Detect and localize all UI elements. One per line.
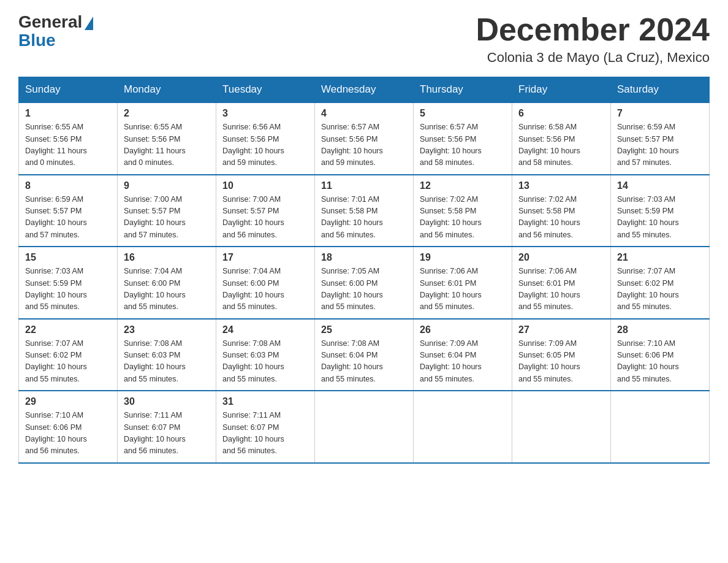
- day-number: 10: [222, 180, 308, 191]
- day-number: 6: [518, 108, 604, 119]
- calendar-cell: 23 Sunrise: 7:08 AMSunset: 6:03 PMDaylig…: [118, 319, 216, 391]
- day-number: 31: [222, 396, 308, 407]
- day-number: 16: [124, 252, 210, 263]
- day-number: 2: [124, 108, 210, 119]
- calendar-cell: 29 Sunrise: 7:10 AMSunset: 6:06 PMDaylig…: [19, 391, 118, 463]
- header-cell-saturday: Saturday: [611, 77, 710, 103]
- calendar-week-5: 29 Sunrise: 7:10 AMSunset: 6:06 PMDaylig…: [19, 391, 710, 463]
- header-cell-thursday: Thursday: [414, 77, 512, 103]
- calendar-cell: 1 Sunrise: 6:55 AMSunset: 5:56 PMDayligh…: [19, 102, 118, 175]
- day-info: Sunrise: 7:08 AMSunset: 6:03 PMDaylight:…: [222, 339, 284, 383]
- calendar-cell: 31 Sunrise: 7:11 AMSunset: 6:07 PMDaylig…: [216, 391, 315, 463]
- header-cell-monday: Monday: [118, 77, 216, 103]
- day-info: Sunrise: 7:06 AMSunset: 6:01 PMDaylight:…: [420, 267, 482, 311]
- day-info: Sunrise: 6:58 AMSunset: 5:56 PMDaylight:…: [518, 123, 580, 167]
- day-number: 17: [222, 252, 308, 263]
- title-section: December 2024 Colonia 3 de Mayo (La Cruz…: [476, 12, 710, 66]
- header-row: SundayMondayTuesdayWednesdayThursdayFrid…: [19, 77, 710, 103]
- calendar-cell: 10 Sunrise: 7:00 AMSunset: 5:57 PMDaylig…: [216, 175, 315, 247]
- day-info: Sunrise: 7:04 AMSunset: 6:00 PMDaylight:…: [124, 267, 186, 311]
- calendar-cell: 16 Sunrise: 7:04 AMSunset: 6:00 PMDaylig…: [118, 247, 216, 319]
- day-number: 27: [518, 324, 604, 335]
- month-title: December 2024: [476, 12, 710, 47]
- calendar-cell: 19 Sunrise: 7:06 AMSunset: 6:01 PMDaylig…: [414, 247, 512, 319]
- day-info: Sunrise: 7:03 AMSunset: 5:59 PMDaylight:…: [617, 195, 679, 239]
- header-cell-sunday: Sunday: [19, 77, 118, 103]
- calendar-cell: 7 Sunrise: 6:59 AMSunset: 5:57 PMDayligh…: [611, 102, 710, 175]
- header-cell-wednesday: Wednesday: [315, 77, 414, 103]
- day-info: Sunrise: 6:56 AMSunset: 5:56 PMDaylight:…: [222, 123, 284, 167]
- calendar-cell: 9 Sunrise: 7:00 AMSunset: 5:57 PMDayligh…: [118, 175, 216, 247]
- calendar-cell: 28 Sunrise: 7:10 AMSunset: 6:06 PMDaylig…: [611, 319, 710, 391]
- calendar-cell: 17 Sunrise: 7:04 AMSunset: 6:00 PMDaylig…: [216, 247, 315, 319]
- day-number: 1: [25, 108, 111, 119]
- day-info: Sunrise: 7:10 AMSunset: 6:06 PMDaylight:…: [617, 339, 679, 383]
- day-info: Sunrise: 7:09 AMSunset: 6:04 PMDaylight:…: [420, 339, 482, 383]
- day-number: 25: [321, 324, 407, 335]
- calendar-cell: [512, 391, 611, 463]
- day-number: 18: [321, 252, 407, 263]
- calendar-cell: 26 Sunrise: 7:09 AMSunset: 6:04 PMDaylig…: [414, 319, 512, 391]
- day-number: 15: [25, 252, 111, 263]
- day-info: Sunrise: 7:00 AMSunset: 5:57 PMDaylight:…: [124, 195, 186, 239]
- day-number: 12: [420, 180, 506, 191]
- calendar-cell: 18 Sunrise: 7:05 AMSunset: 6:00 PMDaylig…: [315, 247, 414, 319]
- day-info: Sunrise: 6:57 AMSunset: 5:56 PMDaylight:…: [321, 123, 383, 167]
- calendar-week-2: 8 Sunrise: 6:59 AMSunset: 5:57 PMDayligh…: [19, 175, 710, 247]
- day-info: Sunrise: 7:04 AMSunset: 6:00 PMDaylight:…: [222, 267, 284, 311]
- day-info: Sunrise: 7:05 AMSunset: 6:00 PMDaylight:…: [321, 267, 383, 311]
- header-cell-tuesday: Tuesday: [216, 77, 315, 103]
- calendar-cell: 4 Sunrise: 6:57 AMSunset: 5:56 PMDayligh…: [315, 102, 414, 175]
- logo-general-text: General: [18, 12, 82, 32]
- day-number: 20: [518, 252, 604, 263]
- calendar-cell: 25 Sunrise: 7:08 AMSunset: 6:04 PMDaylig…: [315, 319, 414, 391]
- calendar-week-4: 22 Sunrise: 7:07 AMSunset: 6:02 PMDaylig…: [19, 319, 710, 391]
- day-number: 24: [222, 324, 308, 335]
- calendar-cell: 27 Sunrise: 7:09 AMSunset: 6:05 PMDaylig…: [512, 319, 611, 391]
- day-number: 5: [420, 108, 506, 119]
- day-info: Sunrise: 7:07 AMSunset: 6:02 PMDaylight:…: [617, 267, 679, 311]
- day-number: 30: [124, 396, 210, 407]
- day-info: Sunrise: 7:00 AMSunset: 5:57 PMDaylight:…: [222, 195, 284, 239]
- header-cell-friday: Friday: [512, 77, 611, 103]
- calendar-week-3: 15 Sunrise: 7:03 AMSunset: 5:59 PMDaylig…: [19, 247, 710, 319]
- day-info: Sunrise: 7:07 AMSunset: 6:02 PMDaylight:…: [25, 339, 87, 383]
- day-info: Sunrise: 7:11 AMSunset: 6:07 PMDaylight:…: [124, 411, 186, 455]
- day-number: 4: [321, 108, 407, 119]
- calendar-cell: 8 Sunrise: 6:59 AMSunset: 5:57 PMDayligh…: [19, 175, 118, 247]
- day-info: Sunrise: 6:59 AMSunset: 5:57 PMDaylight:…: [617, 123, 679, 167]
- calendar-table: SundayMondayTuesdayWednesdayThursdayFrid…: [18, 77, 710, 464]
- day-number: 23: [124, 324, 210, 335]
- calendar-cell: 5 Sunrise: 6:57 AMSunset: 5:56 PMDayligh…: [414, 102, 512, 175]
- day-info: Sunrise: 7:08 AMSunset: 6:03 PMDaylight:…: [124, 339, 186, 383]
- day-number: 21: [617, 252, 703, 263]
- calendar-cell: [414, 391, 512, 463]
- calendar-cell: 2 Sunrise: 6:55 AMSunset: 5:56 PMDayligh…: [118, 102, 216, 175]
- logo-top: General: [18, 12, 93, 32]
- day-info: Sunrise: 7:09 AMSunset: 6:05 PMDaylight:…: [518, 339, 580, 383]
- calendar-cell: 22 Sunrise: 7:07 AMSunset: 6:02 PMDaylig…: [19, 319, 118, 391]
- day-number: 11: [321, 180, 407, 191]
- day-number: 14: [617, 180, 703, 191]
- calendar-cell: 12 Sunrise: 7:02 AMSunset: 5:58 PMDaylig…: [414, 175, 512, 247]
- day-number: 19: [420, 252, 506, 263]
- day-info: Sunrise: 7:02 AMSunset: 5:58 PMDaylight:…: [518, 195, 580, 239]
- page-header: General Blue December 2024 Colonia 3 de …: [18, 12, 710, 66]
- day-info: Sunrise: 7:08 AMSunset: 6:04 PMDaylight:…: [321, 339, 383, 383]
- calendar-cell: 30 Sunrise: 7:11 AMSunset: 6:07 PMDaylig…: [118, 391, 216, 463]
- calendar-cell: 15 Sunrise: 7:03 AMSunset: 5:59 PMDaylig…: [19, 247, 118, 319]
- day-info: Sunrise: 7:10 AMSunset: 6:06 PMDaylight:…: [25, 411, 87, 455]
- day-info: Sunrise: 7:06 AMSunset: 6:01 PMDaylight:…: [518, 267, 580, 311]
- day-number: 7: [617, 108, 703, 119]
- calendar-body: 1 Sunrise: 6:55 AMSunset: 5:56 PMDayligh…: [19, 102, 710, 463]
- day-info: Sunrise: 6:55 AMSunset: 5:56 PMDaylight:…: [124, 123, 186, 167]
- day-number: 28: [617, 324, 703, 335]
- calendar-cell: [611, 391, 710, 463]
- day-info: Sunrise: 6:59 AMSunset: 5:57 PMDaylight:…: [25, 195, 87, 239]
- logo-triangle-icon: [85, 17, 93, 30]
- calendar-cell: 21 Sunrise: 7:07 AMSunset: 6:02 PMDaylig…: [611, 247, 710, 319]
- calendar-cell: 11 Sunrise: 7:01 AMSunset: 5:58 PMDaylig…: [315, 175, 414, 247]
- day-info: Sunrise: 6:57 AMSunset: 5:56 PMDaylight:…: [420, 123, 482, 167]
- day-info: Sunrise: 6:55 AMSunset: 5:56 PMDaylight:…: [25, 123, 87, 167]
- calendar-cell: 6 Sunrise: 6:58 AMSunset: 5:56 PMDayligh…: [512, 102, 611, 175]
